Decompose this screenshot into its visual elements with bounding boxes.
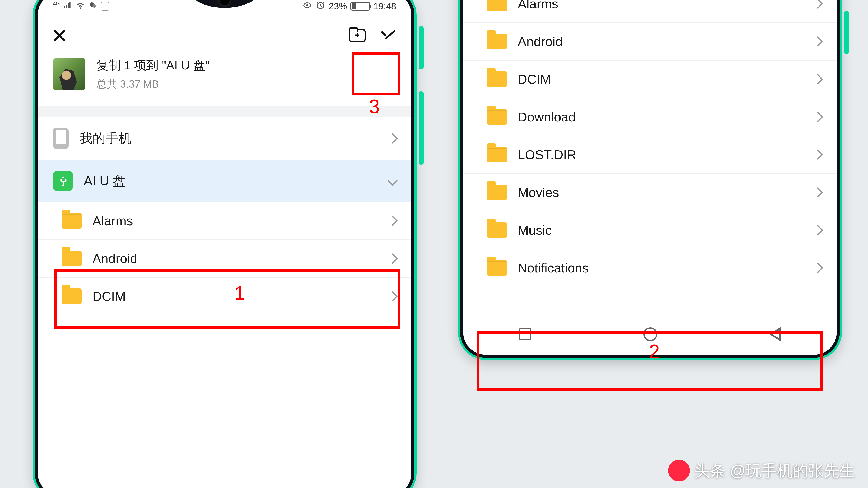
- folder-icon: [487, 222, 507, 238]
- chevron-right-icon: [813, 225, 823, 235]
- folder-label: DCIM: [92, 289, 126, 304]
- folder-icon: [487, 109, 507, 125]
- phone-left-frame: 4G 23% 19:48: [35, 0, 414, 488]
- chevron-right-icon: [388, 133, 398, 143]
- watermark-brand: 头条: [694, 460, 725, 481]
- usb-icon: [53, 171, 73, 191]
- confirm-button[interactable]: [379, 29, 396, 42]
- storage-label: 我的手机: [80, 130, 131, 147]
- folder-label: Music: [518, 223, 552, 238]
- folder-icon: [62, 213, 82, 229]
- phone-storage-icon: [53, 128, 69, 149]
- storage-my-phone[interactable]: 我的手机: [38, 117, 411, 160]
- folder-icon: [487, 147, 507, 162]
- chevron-right-icon: [813, 74, 823, 85]
- battery-pct: 23%: [329, 1, 347, 11]
- folder-row-alarms[interactable]: Alarms: [38, 202, 411, 240]
- nav-recent-button[interactable]: [519, 328, 531, 340]
- folder-row-download[interactable]: Download: [463, 98, 837, 136]
- chevron-down-icon: [388, 176, 398, 186]
- folder-row-notifications[interactable]: Notifications: [463, 249, 837, 287]
- toutiao-logo-icon: [668, 460, 690, 482]
- copy-item-thumbnail: [53, 58, 86, 91]
- folder-row-dcim[interactable]: DCIM: [38, 278, 411, 315]
- folder-label: LOST.DIR: [518, 147, 576, 162]
- folder-icon: [487, 34, 507, 49]
- folder-label: Alarms: [518, 0, 558, 11]
- chevron-right-icon: [813, 263, 823, 273]
- wechat-indicator-icon: [89, 1, 97, 12]
- chevron-right-icon: [813, 150, 823, 160]
- folder-row-movies[interactable]: Movies: [463, 174, 837, 212]
- watermark: 头条 @玩手机的张先生: [668, 460, 855, 482]
- folder-row-android[interactable]: Android: [463, 23, 837, 61]
- copy-title: 复制 1 项到 "AI U 盘": [96, 57, 210, 74]
- svg-point-1: [92, 4, 96, 8]
- phone-right-frame: Alarms Android DCIM Download LOST.DIR Mo: [460, 0, 840, 358]
- folder-label: Download: [518, 109, 576, 125]
- chevron-right-icon: [388, 253, 398, 264]
- chevron-right-icon: [813, 36, 823, 46]
- section-divider: [38, 106, 411, 117]
- chevron-right-icon: [388, 291, 398, 301]
- folder-label: DCIM: [518, 72, 551, 87]
- chevron-right-icon: [813, 112, 823, 122]
- folder-label: Movies: [518, 185, 559, 200]
- phone-side-button: [419, 91, 424, 165]
- folder-icon: [487, 0, 507, 11]
- close-button[interactable]: [53, 29, 66, 42]
- copy-subtitle: 总共 3.37 MB: [96, 77, 210, 91]
- android-nav-bar: [463, 320, 837, 348]
- chevron-right-icon: [813, 0, 823, 9]
- folder-icon: [62, 289, 82, 304]
- signal-icon: [63, 1, 72, 11]
- copy-summary: 复制 1 项到 "AI U 盘" 总共 3.37 MB: [38, 53, 411, 106]
- folder-icon: [487, 71, 507, 87]
- folder-label: Android: [92, 251, 137, 266]
- watermark-handle: @玩手机的张先生: [730, 460, 855, 481]
- folder-icon: [487, 185, 507, 200]
- svg-point-2: [306, 4, 308, 6]
- folder-row-alarms[interactable]: Alarms: [463, 0, 837, 23]
- folder-label: Notifications: [518, 260, 589, 275]
- app-indicator-icon: [101, 2, 110, 11]
- folder-row-dcim[interactable]: DCIM: [463, 61, 837, 98]
- phone-side-button: [844, 11, 849, 54]
- chevron-right-icon: [813, 187, 823, 198]
- folder-icon: [487, 260, 507, 276]
- new-folder-button[interactable]: [348, 29, 366, 42]
- folder-icon: [62, 251, 82, 266]
- alarm-icon: [316, 0, 325, 12]
- chevron-right-icon: [388, 216, 398, 226]
- battery-icon: [350, 2, 370, 11]
- nav-home-button[interactable]: [643, 327, 657, 341]
- storage-ai-usb[interactable]: AI U 盘: [38, 160, 411, 202]
- wifi-icon: [75, 1, 85, 11]
- phone-side-button: [419, 26, 424, 69]
- folder-row-lostdir[interactable]: LOST.DIR: [463, 136, 837, 174]
- clock-time: 19:48: [373, 1, 396, 11]
- folder-row-music[interactable]: Music: [463, 212, 837, 249]
- storage-label: AI U 盘: [84, 172, 126, 190]
- nav-back-button[interactable]: [770, 327, 781, 341]
- network-indicator: 4G: [53, 1, 60, 7]
- folder-label: Alarms: [92, 214, 133, 228]
- folder-row-android[interactable]: Android: [38, 240, 411, 278]
- folder-label: Android: [518, 34, 563, 49]
- file-toolbar: [38, 16, 411, 53]
- eye-icon: [302, 1, 312, 12]
